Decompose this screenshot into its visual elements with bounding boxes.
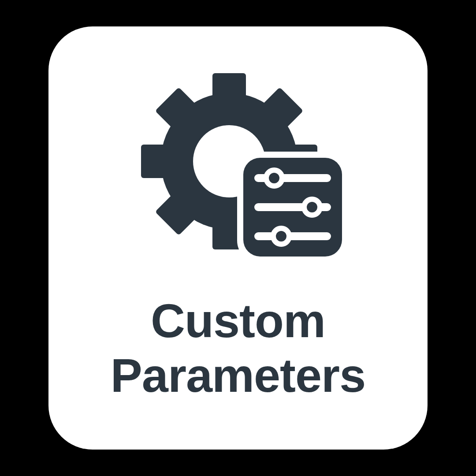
svg-rect-7 bbox=[141, 145, 167, 178]
custom-parameters-icon bbox=[128, 73, 348, 267]
tile-label-line2: Parameters bbox=[111, 348, 365, 403]
svg-point-16 bbox=[304, 199, 320, 215]
tile-label: Custom Parameters bbox=[111, 294, 365, 403]
custom-parameters-tile[interactable]: Custom Parameters bbox=[48, 26, 428, 450]
svg-rect-1 bbox=[212, 73, 246, 100]
svg-point-15 bbox=[266, 170, 282, 186]
tile-label-line1: Custom bbox=[111, 294, 365, 348]
svg-point-17 bbox=[273, 228, 289, 244]
